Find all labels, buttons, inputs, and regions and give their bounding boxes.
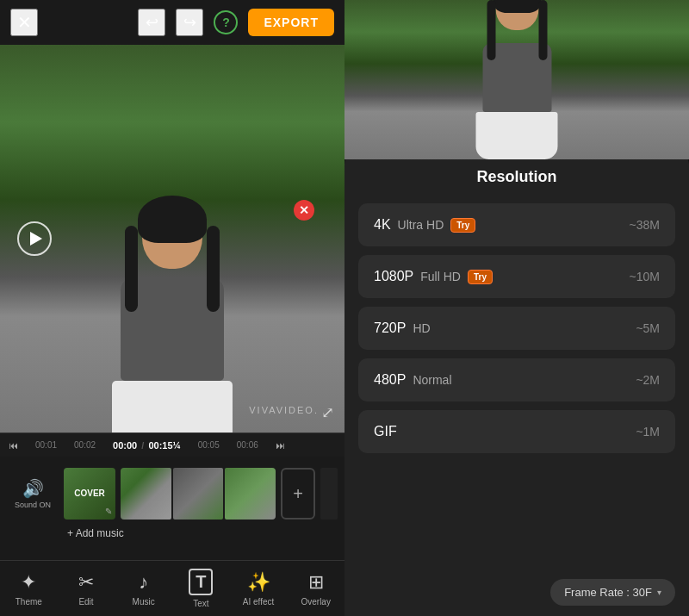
overlay-label: Overlay	[301, 597, 330, 607]
add-music-button[interactable]: + Add music	[67, 527, 124, 539]
editor-area: 🔊 Sound ON COVER ✎ + + Add music	[0, 457, 344, 560]
person-figure	[86, 191, 258, 432]
sound-icon: 🔊	[22, 478, 44, 499]
res-size-1080p: ~10M	[630, 270, 660, 283]
cover-label: COVER	[74, 488, 105, 499]
timeline-current: 00:00 / 00:15¼	[113, 440, 181, 451]
header-actions: ↩ ↪ ? EXPORT	[138, 9, 334, 36]
person-head	[142, 200, 202, 269]
res-left-480p: 480P Normal	[374, 372, 452, 388]
resolution-480p[interactable]: 480P Normal ~2M	[358, 358, 675, 401]
undo-button[interactable]: ↩	[138, 9, 165, 36]
res-desc-4k: Ultra HD	[398, 218, 444, 232]
res-desc-480p: Normal	[413, 373, 451, 387]
tool-text[interactable]: T Text	[172, 569, 230, 608]
edit-label: Edit	[78, 597, 93, 607]
edit-icon: ✂	[78, 571, 94, 594]
tool-overlay[interactable]: ⊞ Overlay	[287, 571, 344, 607]
header-bar: ✕ ↩ ↪ ? EXPORT	[0, 0, 344, 45]
timeline-bar: ⏮ 00:01 00:02 00:00 / 00:15¼ 00:05 00:06…	[0, 432, 344, 457]
person-skirt	[112, 381, 233, 432]
person-hair-right	[207, 226, 220, 312]
help-button[interactable]: ?	[214, 10, 238, 34]
chevron-down-icon: ▾	[657, 588, 661, 597]
res-left-1080p: 1080P Full HD Try	[374, 269, 493, 284]
sound-label: Sound ON	[15, 501, 51, 509]
resolution-title: Resolution	[358, 168, 675, 186]
music-icon: ♪	[139, 571, 148, 594]
frame-rate-label: Frame Rate : 30F	[564, 586, 652, 599]
redo-button[interactable]: ↪	[176, 9, 203, 36]
res-quality-gif: GIF	[374, 424, 397, 439]
overlay-icon: ⊞	[308, 571, 324, 594]
tick-5: 00:06	[237, 440, 258, 450]
watermark: VIVAVIDEO.	[249, 405, 319, 415]
text-label: Text	[193, 599, 208, 608]
right-panel: Resolution 4K Ultra HD Try ~38M 1080P Fu…	[344, 0, 689, 616]
play-icon	[30, 232, 42, 246]
res-quality-4k: 4K	[374, 217, 391, 233]
res-size-gif: ~1M	[636, 425, 660, 439]
bottom-bar: Frame Rate : 30F ▾	[344, 569, 689, 616]
cover-thumbnail[interactable]: COVER ✎	[64, 468, 115, 520]
text-icon: T	[189, 569, 213, 595]
res-quality-720p: 720P	[374, 320, 406, 336]
tool-theme[interactable]: ✦ Theme	[0, 571, 58, 607]
tick-1: 00:01	[35, 440, 57, 450]
resolution-720p[interactable]: 720P HD ~5M	[358, 307, 675, 350]
video-preview: ✕ VIVAVIDEO. ⤢	[0, 45, 344, 432]
res-left-4k: 4K Ultra HD Try	[374, 217, 475, 233]
resolution-gif[interactable]: GIF ~1M	[358, 410, 675, 453]
ai-effect-icon: ✨	[247, 571, 270, 594]
strip-frame-2	[173, 468, 224, 520]
resolution-panel: Resolution 4K Ultra HD Try ~38M 1080P Fu…	[344, 151, 689, 569]
res-quality-1080p: 1080P	[374, 269, 413, 284]
timeline-forward[interactable]: ⏭	[276, 440, 285, 451]
tick-2: 00:02	[74, 440, 96, 450]
resolution-1080p[interactable]: 1080P Full HD Try ~10M	[358, 255, 675, 298]
tool-ai-effect[interactable]: ✨ AI effect	[230, 571, 288, 607]
left-panel: ✕ ↩ ↪ ? EXPORT ✕ VIVAVIDEO. ⤢ ⏮	[0, 0, 344, 616]
video-strip	[121, 468, 276, 520]
frame-rate-button[interactable]: Frame Rate : 30F ▾	[550, 579, 675, 606]
res-desc-1080p: Full HD	[420, 270, 461, 283]
close-button[interactable]: ✕	[10, 9, 38, 36]
add-clip-button[interactable]: +	[281, 468, 315, 520]
res-size-480p: ~2M	[636, 373, 660, 387]
resolution-4k[interactable]: 4K Ultra HD Try ~38M	[358, 203, 675, 246]
res-size-720p: ~5M	[636, 321, 660, 335]
add-music-row: + Add music	[0, 524, 344, 543]
try-badge-4k: Try	[450, 218, 475, 233]
cover-edit-icon: ✎	[105, 507, 112, 516]
try-badge-1080p: Try	[468, 270, 493, 284]
expand-button[interactable]: ⤢	[321, 403, 334, 422]
person-hair-left	[125, 226, 138, 312]
music-label: Music	[133, 597, 155, 607]
res-quality-480p: 480P	[374, 372, 406, 388]
strip-frame-1	[121, 468, 171, 520]
theme-icon: ✦	[21, 571, 36, 594]
export-button[interactable]: EXPORT	[248, 9, 334, 36]
res-left-gif: GIF	[374, 424, 397, 439]
res-desc-720p: HD	[413, 321, 430, 335]
person-hair	[138, 196, 207, 243]
ai-effect-label: AI effect	[243, 597, 275, 607]
sound-control[interactable]: 🔊 Sound ON	[7, 478, 59, 509]
tick-4: 00:05	[198, 440, 220, 450]
more-strip	[320, 468, 338, 520]
video-track-row: 🔊 Sound ON COVER ✎ +	[0, 464, 344, 524]
play-button[interactable]	[17, 221, 52, 256]
bottom-toolbar: ✦ Theme ✂ Edit ♪ Music T Text ✨ AI effec…	[0, 560, 344, 616]
res-left-720p: 720P HD	[374, 320, 431, 336]
theme-label: Theme	[16, 597, 42, 607]
export-preview	[344, 0, 689, 159]
tool-edit[interactable]: ✂ Edit	[58, 571, 115, 607]
delete-badge[interactable]: ✕	[294, 200, 314, 221]
strip-frame-3	[225, 468, 276, 520]
res-size-4k: ~38M	[630, 218, 660, 232]
tool-music[interactable]: ♪ Music	[115, 571, 172, 607]
timeline-back[interactable]: ⏮	[9, 440, 18, 451]
